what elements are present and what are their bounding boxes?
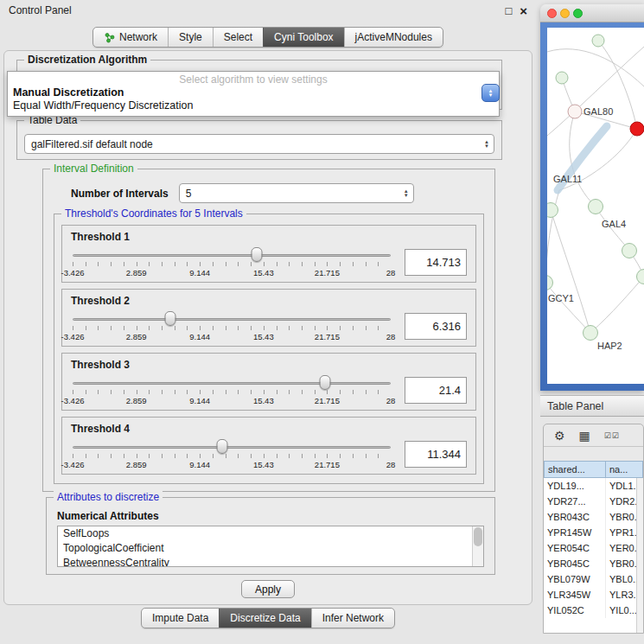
close-traffic-light[interactable] [547,9,557,18]
scale-label: 28 [386,332,396,341]
algorithm-prompt: Select algorithm to view settings [8,72,499,86]
threshold-1-box: Threshold 1 -3.426 2.859 9.144 1 [61,225,476,283]
scale-label: 15.43 [253,268,274,277]
threshold-3-value[interactable]: 21.4 [405,377,467,404]
threshold-1-value[interactable]: 14.713 [405,249,467,276]
slider-thumb[interactable] [251,247,262,262]
cell-shared-name[interactable]: YBR045C [544,556,606,571]
scale-label: 28 [386,460,396,469]
network-window-titlebar[interactable] [540,4,644,22]
slider-track [73,382,391,385]
network-node[interactable] [556,72,568,84]
list-item[interactable]: TopologicalCoefficient [58,541,483,556]
network-canvas[interactable]: GAL80 GAL11 GAL4 GCY1 HAP2 [547,28,644,384]
list-item[interactable]: SelfLoops [58,526,483,541]
cell-shared-name[interactable]: YPR145W [544,525,606,540]
column-header-name[interactable]: na... [606,461,643,478]
numerical-attributes-list[interactable]: SelfLoops TopologicalCoefficient Between… [57,526,484,567]
network-node[interactable] [637,270,644,284]
slider-thumb[interactable] [165,311,176,326]
tab-infer-network[interactable]: Infer Network [311,609,394,628]
algorithm-combo-stepper-icon[interactable]: ▲ ▼ [481,84,500,102]
threshold-2-slider[interactable]: -3.426 2.859 9.144 15.43 21.715 28 [71,308,392,344]
attributes-scrollbar[interactable] [472,526,483,566]
option-manual-discretization[interactable]: Manual Discretization [8,86,499,99]
table-data-combo[interactable]: galFiltered.sif default node ▲ ▼ [24,134,494,154]
table-row[interactable]: YBR043C YBR0... [544,509,643,525]
table-row[interactable]: YLR345W YLR3... [544,587,643,603]
node-table: shared... na... YDL19... YDL1... YDR27..… [544,461,643,633]
attributes-to-discretize-label: Attributes to discretize [54,491,163,503]
network-node[interactable] [589,200,603,214]
tab-discretize-data[interactable]: Discretize Data [219,609,310,628]
network-node[interactable] [547,203,558,218]
tab-select[interactable]: Select [213,28,263,47]
tab-cyni-toolbox[interactable]: Cyni Toolbox [263,28,343,47]
columns-icon[interactable]: ▦ [579,430,590,442]
tab-network[interactable]: Network [93,28,168,47]
slider-thumb[interactable] [319,375,330,390]
scrollbar-thumb[interactable] [474,527,482,546]
tab-infer-network-label: Infer Network [322,612,384,624]
tab-impute-data[interactable]: Impute Data [142,609,219,628]
threshold-4-slider[interactable]: -3.426 2.859 9.144 15.43 21.715 28 [71,436,392,472]
threshold-3-slider[interactable]: -3.426 2.859 9.144 15.43 21.715 28 [71,372,392,408]
cell-shared-name[interactable]: YDR27... [544,494,606,509]
number-of-intervals-combo[interactable]: 5 ▲ ▼ [179,183,414,203]
tab-style[interactable]: Style [168,28,213,47]
selected-red-node[interactable] [630,122,644,136]
scale-label: 2.859 [126,460,147,469]
network-node-gal80[interactable] [568,105,582,118]
network-node[interactable] [583,326,598,341]
table-row[interactable]: YDR27... YDR2... [544,494,643,509]
network-view-window: GAL80 GAL11 GAL4 GCY1 HAP2 [540,4,644,391]
table-row[interactable]: YDL19... YDL1... [544,478,643,494]
slider-scale: -3.426 2.859 9.144 15.43 21.715 28 [73,332,391,342]
cell-shared-name[interactable]: YDL19... [544,478,606,494]
number-of-intervals-row: Number of Intervals 5 ▲ ▼ [54,183,484,203]
network-node[interactable] [622,244,637,258]
list-item[interactable]: BetweennessCentrality [58,556,483,567]
slider-scale: -3.426 2.859 9.144 15.43 21.715 28 [73,460,391,470]
close-panel-icon[interactable]: × [520,5,527,16]
scale-label: 21.715 [315,460,340,469]
float-panel-icon[interactable]: □ [505,5,512,16]
scale-label: 21.715 [315,268,340,277]
table-row[interactable]: YBR045C YBR0... [544,556,643,571]
scale-label: -3.426 [61,396,85,405]
table-header-row: shared... na... [544,461,643,478]
stepper-down-icon: ▼ [484,144,489,149]
tab-jactivemnodules-label: jActiveMNodules [355,31,432,43]
tab-select-label: Select [224,31,252,43]
table-data-combo-value: galFiltered.sif default node [25,138,480,150]
threshold-4-value[interactable]: 11.344 [405,441,467,468]
cell-shared-name[interactable]: YBL079W [544,571,606,587]
option-equal-width-frequency[interactable]: Equal Width/Frequency Discretization [8,99,499,112]
column-header-shared-name[interactable]: shared... [544,461,606,478]
gear-icon[interactable]: ⚙ [554,430,565,442]
tab-jactivemnodules[interactable]: jActiveMNodules [344,28,443,47]
zoom-traffic-light[interactable] [573,9,583,18]
table-row[interactable]: YPR145W YPR1... [544,525,643,540]
cell-shared-name[interactable]: YBR043C [544,509,606,525]
threshold-2-value[interactable]: 6.316 [405,313,467,340]
table-panel-header[interactable]: Table Panel [540,395,644,417]
threshold-1-slider[interactable]: -3.426 2.859 9.144 15.43 21.715 28 [71,244,392,280]
table-row[interactable]: YBL079W YBL0... [544,571,643,587]
table-data-group: Table Data galFiltered.sif default node … [16,120,502,160]
cell-shared-name[interactable]: YIL052C [544,603,606,618]
slider-thumb[interactable] [216,439,227,454]
minimize-traffic-light[interactable] [560,9,570,18]
apply-button[interactable]: Apply [241,580,295,598]
table-row[interactable]: YIL052C YIL0... [544,603,643,618]
table-panel: ⚙ ▦ ☑☑ shared... na... YDL19... YDL1... … [543,424,644,634]
tab-impute-data-label: Impute Data [152,612,208,624]
cell-shared-name[interactable]: YER054C [544,540,606,556]
scale-label: -3.426 [61,332,85,341]
table-scrollbar[interactable] [636,478,643,633]
cell-shared-name[interactable]: YLR345W [544,587,606,603]
table-row[interactable]: YER054C YER0... [544,540,643,556]
network-node[interactable] [592,35,604,47]
selection-checks-icon[interactable]: ☑☑ [604,430,620,442]
network-node[interactable] [547,276,553,290]
